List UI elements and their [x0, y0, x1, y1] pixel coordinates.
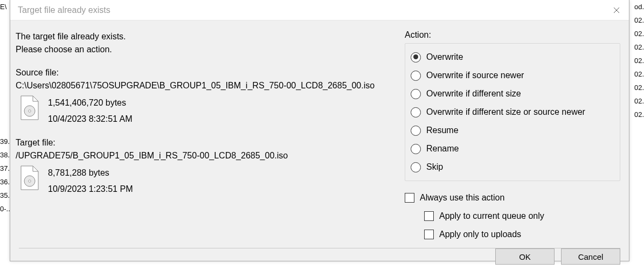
apply-uploads-checkbox-row[interactable]: Apply only to uploads [424, 225, 620, 244]
checkbox-icon [405, 193, 414, 203]
radio-icon [411, 107, 421, 117]
radio-icon [411, 162, 421, 172]
radio-label: Rename [426, 142, 459, 156]
file-exists-dialog: Target file already exists The target fi… [10, 0, 629, 261]
target-file-path: /UPGRADE75/B_GROUP1_05_IBM_i_RS_750-00_L… [16, 151, 394, 161]
always-use-action-checkbox-row[interactable]: Always use this action [405, 189, 620, 207]
source-file-date: 10/4/2023 8:32:51 AM [48, 111, 133, 127]
target-file-size: 8,781,288 bytes [48, 165, 133, 181]
dialog-title: Target file already exists [18, 5, 110, 15]
background-left: E\ 39. 38. 37. 36. 35. 0-... [0, 0, 11, 270]
ok-button[interactable]: OK [495, 248, 555, 265]
svg-point-3 [29, 110, 31, 112]
message-line-2: Please choose an action. [16, 43, 394, 56]
source-file-path: C:\Users\02805671\75OSUPGRADE\B_GROUP1_0… [16, 81, 394, 91]
target-file-row: 8,781,288 bytes 10/9/2023 1:23:51 PM [19, 165, 394, 197]
action-radio-overwrite[interactable]: Overwrite [411, 48, 614, 66]
close-icon [613, 7, 620, 13]
radio-label: Overwrite if different size or source ne… [426, 105, 585, 119]
action-radio-overwrite-if-different-size-or-source-newer[interactable]: Overwrite if different size or source ne… [411, 103, 614, 121]
cancel-button[interactable]: Cancel [561, 248, 620, 265]
iso-file-icon [19, 165, 40, 192]
source-file-label: Source file: [16, 68, 394, 78]
svg-point-5 [29, 180, 31, 182]
iso-file-icon [19, 95, 40, 122]
apply-current-queue-checkbox-row[interactable]: Apply to current queue only [424, 207, 620, 225]
checkbox-icon [424, 211, 434, 221]
button-bar: OK Cancel [10, 248, 629, 265]
background-right: od.02.02.02.02.02.02.02.02. [629, 0, 644, 270]
radio-label: Resume [426, 123, 459, 137]
radio-icon [411, 52, 421, 63]
action-radio-overwrite-if-source-newer[interactable]: Overwrite if source newer [411, 66, 614, 85]
source-file-row: 1,541,406,720 bytes 10/4/2023 8:32:51 AM [19, 95, 394, 127]
close-button[interactable] [604, 0, 629, 20]
file-info-panel: The target file already exists. Please c… [16, 30, 399, 244]
dialog-message: The target file already exists. Please c… [16, 30, 394, 56]
radio-icon [411, 89, 421, 99]
source-file-size: 1,541,406,720 bytes [48, 95, 133, 111]
action-radio-skip[interactable]: Skip [411, 158, 614, 176]
action-radio-rename[interactable]: Rename [411, 140, 614, 158]
checkbox-icon [424, 230, 434, 239]
action-radio-group: OverwriteOverwrite if source newerOverwr… [405, 43, 620, 181]
action-label: Action: [405, 30, 620, 40]
radio-icon [411, 71, 421, 81]
radio-label: Overwrite if source newer [426, 68, 524, 82]
apply-uploads-label: Apply only to uploads [439, 227, 521, 241]
apply-current-queue-label: Apply to current queue only [439, 209, 544, 223]
action-panel: Action: OverwriteOverwrite if source new… [405, 30, 620, 244]
radio-label: Skip [426, 160, 443, 174]
radio-icon [411, 144, 421, 154]
titlebar: Target file already exists [10, 0, 629, 20]
action-radio-overwrite-if-different-size[interactable]: Overwrite if different size [411, 85, 614, 103]
always-use-action-label: Always use this action [420, 191, 504, 205]
target-file-date: 10/9/2023 1:23:51 PM [48, 181, 133, 197]
message-line-1: The target file already exists. [16, 30, 394, 43]
target-file-label: Target file: [16, 138, 394, 148]
radio-icon [411, 126, 421, 136]
radio-label: Overwrite if different size [426, 87, 521, 101]
action-radio-resume[interactable]: Resume [411, 121, 614, 140]
radio-label: Overwrite [426, 50, 463, 64]
